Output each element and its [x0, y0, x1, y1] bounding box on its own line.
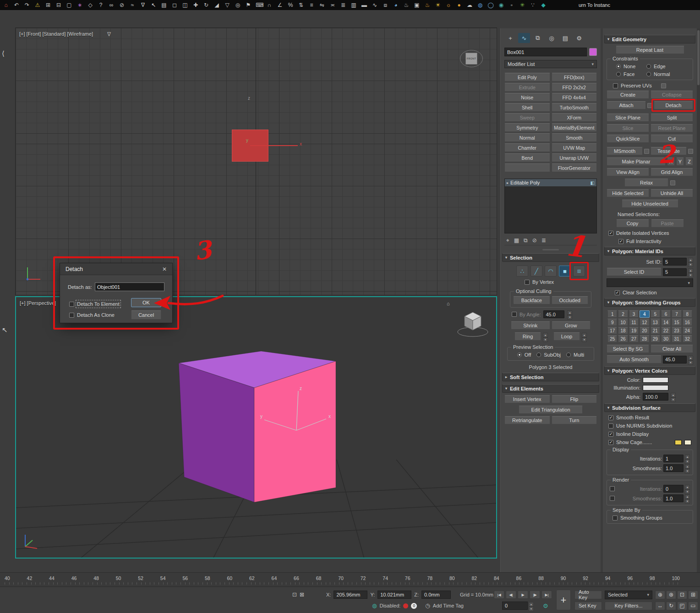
- auto-smooth-value[interactable]: 45.0: [663, 356, 687, 363]
- percent-snap-icon[interactable]: %: [287, 0, 294, 10]
- add-time-tag-label[interactable]: Add Time Tag: [433, 603, 464, 608]
- remove-modifier-icon[interactable]: ⊘: [532, 237, 537, 244]
- curve-editor-icon[interactable]: ∿: [372, 0, 378, 10]
- detach-as-clone-checkbox[interactable]: [69, 313, 74, 318]
- smoothing-group-button[interactable]: 26: [618, 335, 628, 342]
- frame-spinner[interactable]: [529, 602, 534, 610]
- cancel-button[interactable]: Cancel: [131, 310, 161, 320]
- stack-item-editable-poly[interactable]: Editable Poly ◧: [505, 179, 596, 186]
- track-bar[interactable]: 4042444648505254565860626466687072747678…: [0, 572, 700, 587]
- insert-vertex-button[interactable]: Insert Vertex: [504, 395, 550, 403]
- z-coordinate-field[interactable]: 0.0mm: [421, 591, 451, 599]
- grow-button[interactable]: Grow: [552, 321, 591, 330]
- planar-y-button[interactable]: Y: [676, 157, 684, 166]
- rollout-material-ids-header[interactable]: Polygon: Material IDs: [604, 247, 695, 255]
- x-coordinate-field[interactable]: 205.96mm: [334, 591, 367, 599]
- modifier-button[interactable]: [504, 163, 550, 172]
- msmooth-settings-button[interactable]: [644, 149, 649, 154]
- viewcube[interactable]: FRONT: [459, 46, 484, 71]
- unhide-all-button[interactable]: Unhide All: [651, 189, 693, 197]
- scene-explorer-icon[interactable]: ≣: [340, 0, 346, 10]
- pan-icon[interactable]: ↔: [655, 602, 665, 610]
- render-iterations-spinner[interactable]: [685, 485, 690, 493]
- grid-helper-icon[interactable]: ⊞: [45, 0, 51, 10]
- modifier-button[interactable]: TurboSmooth: [552, 103, 597, 112]
- attach-settings-button[interactable]: [647, 103, 652, 108]
- current-frame-field[interactable]: 0: [502, 602, 528, 610]
- environment-icon[interactable]: ☁: [466, 0, 473, 10]
- repeat-last-button[interactable]: Repeat Last: [616, 46, 684, 54]
- reset-plane-button[interactable]: Reset Plane: [651, 124, 693, 132]
- sun-positioner-icon[interactable]: ☀: [435, 0, 441, 10]
- relax-button[interactable]: Relax: [624, 179, 668, 187]
- smoothing-group-button[interactable]: 3: [629, 310, 639, 318]
- smoothing-group-button[interactable]: 10: [618, 319, 628, 326]
- select-id-value[interactable]: 5: [663, 268, 687, 276]
- make-planar-button[interactable]: Make Planar: [607, 157, 666, 166]
- tessellate-settings-button[interactable]: [688, 149, 693, 154]
- planar-x-button[interactable]: X: [667, 157, 675, 166]
- attach-button[interactable]: Attach: [607, 101, 646, 109]
- scrollbar-thumb[interactable]: [697, 30, 700, 85]
- relax-settings-button[interactable]: [670, 180, 675, 185]
- next-frame-button[interactable]: |▶: [530, 591, 540, 599]
- mirror-icon[interactable]: ⇋: [319, 0, 325, 10]
- smoothing-group-button[interactable]: 4: [640, 310, 649, 318]
- smoothing-group-button[interactable]: 7: [672, 310, 681, 318]
- smoothing-group-button[interactable]: 16: [683, 319, 692, 326]
- modifier-button[interactable]: Symmetry: [504, 123, 550, 132]
- smoothing-group-button[interactable]: 28: [640, 335, 649, 342]
- selection-lock-icon[interactable]: ⊠: [300, 591, 304, 598]
- clear-selection-checkbox[interactable]: [615, 290, 620, 295]
- maximize-viewport-icon[interactable]: ◰: [677, 602, 687, 610]
- auto-smooth-button[interactable]: Auto Smooth: [607, 355, 662, 363]
- zoom-all-icon[interactable]: ⊛: [666, 591, 676, 599]
- smoothing-group-button[interactable]: 12: [640, 319, 649, 326]
- render-iterations-checkbox[interactable]: [610, 486, 615, 491]
- material-editor-icon[interactable]: ◕: [393, 0, 399, 10]
- object-name-field[interactable]: Box001: [504, 48, 587, 56]
- dock-handle-icon[interactable]: ⟨: [2, 49, 5, 58]
- ribbon-icon[interactable]: ▬: [361, 0, 367, 10]
- loop-button[interactable]: Loop: [553, 332, 580, 341]
- quickslice-button[interactable]: QuickSlice: [607, 135, 649, 143]
- modifier-button[interactable]: FloorGenerator: [552, 163, 597, 172]
- retriangulate-button[interactable]: Retriangulate: [504, 416, 550, 424]
- zoom-extents-icon[interactable]: ⊡: [677, 591, 687, 599]
- show-end-result-icon[interactable]: ▦: [514, 237, 519, 244]
- align-icon[interactable]: ≍: [329, 0, 336, 10]
- smoothing-group-button[interactable]: 9: [607, 319, 617, 326]
- edge-icon[interactable]: ╱: [530, 266, 542, 277]
- create-key-button[interactable]: +: [556, 590, 571, 610]
- smoothing-group-button[interactable]: 29: [651, 335, 660, 342]
- preserve-uvs-settings-button[interactable]: [661, 83, 666, 88]
- split-button[interactable]: Split: [651, 114, 693, 122]
- play-button[interactable]: ▶: [518, 591, 528, 599]
- smooth-result-checkbox[interactable]: [608, 415, 613, 420]
- modifier-button[interactable]: Smooth: [552, 133, 597, 142]
- light-icon[interactable]: ●: [456, 0, 462, 10]
- modifier-button[interactable]: Normal: [504, 133, 550, 142]
- zoom-icon[interactable]: ⊕: [655, 591, 665, 599]
- detach-to-element-checkbox[interactable]: [69, 302, 74, 307]
- world-icon[interactable]: ◯: [487, 0, 494, 10]
- display-iterations-spinner[interactable]: [685, 455, 690, 462]
- detach-name-input[interactable]: [95, 282, 164, 291]
- grid-align-button[interactable]: Grid Align: [651, 168, 693, 176]
- key-filters-button[interactable]: Key Filters...: [605, 602, 652, 610]
- y-coordinate-field[interactable]: 10.021mm: [377, 591, 411, 599]
- create-tab[interactable]: +: [504, 33, 516, 43]
- flip-button[interactable]: Flip: [552, 395, 597, 403]
- bind-spacewarp-icon[interactable]: ≈: [129, 0, 136, 10]
- modifier-button[interactable]: Noise: [504, 93, 550, 102]
- app-home-icon[interactable]: ⌂: [3, 0, 9, 10]
- element-icon[interactable]: ⧈: [573, 266, 585, 277]
- select-id-spinner[interactable]: [688, 268, 693, 276]
- set-key-button[interactable]: Set Key: [574, 602, 602, 610]
- zoom-region-icon[interactable]: ⊞: [688, 591, 698, 599]
- slice-plane-button[interactable]: Slice Plane: [607, 114, 649, 122]
- separate-smoothing-groups-checkbox[interactable]: [612, 515, 618, 521]
- modifier-button[interactable]: Shell: [504, 103, 550, 112]
- by-angle-spinner[interactable]: [567, 310, 572, 318]
- daylight-icon[interactable]: ☼: [445, 0, 452, 10]
